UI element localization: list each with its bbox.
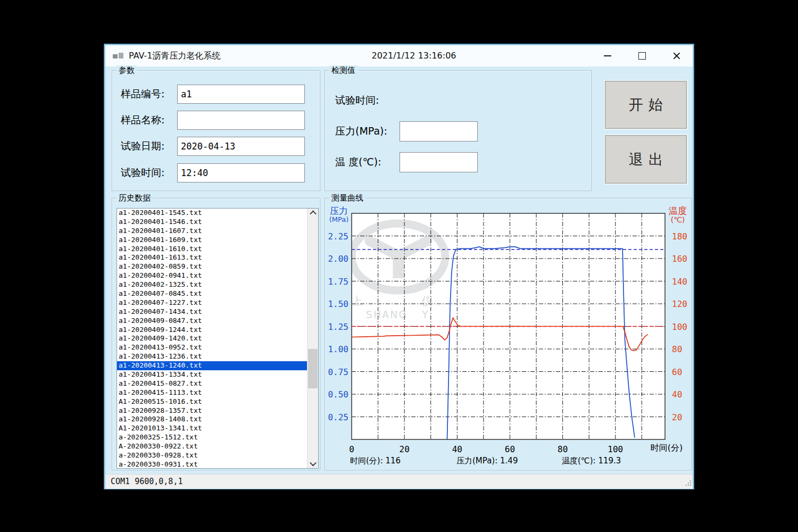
chart-group: 测量曲线 上仪SHANGY2.252.001.751.501.251.000.7… xyxy=(325,198,692,470)
list-item[interactable]: a1-20200402-0859.txt xyxy=(117,262,307,271)
chevron-down-icon xyxy=(310,460,317,467)
svg-text:仪: 仪 xyxy=(422,295,433,307)
right-axis-tick: 40 xyxy=(672,389,682,400)
title-bar[interactable]: 2021/1/12 13:16:06 PAV-1沥青压力老化系统 xyxy=(105,45,693,66)
list-item[interactable]: a-20200330-0928.txt xyxy=(117,451,307,460)
history-scrollbar[interactable] xyxy=(307,209,318,468)
sample-number-label: 样品编号: xyxy=(121,85,164,103)
window-title: PAV-1沥青压力老化系统 xyxy=(129,45,221,66)
list-item[interactable]: a1-20200409-1244.txt xyxy=(117,326,307,335)
list-item[interactable]: A-20200330-0922.txt xyxy=(117,442,307,451)
right-axis-tick: 120 xyxy=(672,299,687,309)
temperature-value-input[interactable] xyxy=(400,152,478,172)
svg-text:Y: Y xyxy=(421,309,428,320)
right-axis-tick: 20 xyxy=(672,412,682,422)
temperature-readout: 温度(℃): 119.3 xyxy=(562,456,621,466)
pressure-value-input[interactable] xyxy=(400,121,478,142)
list-item[interactable]: A1-20201013-1341.txt xyxy=(117,424,307,433)
list-item[interactable]: a1-20200409-1420.txt xyxy=(117,334,307,343)
right-axis-tick: 160 xyxy=(672,254,687,264)
list-item[interactable]: a1-20200409-0847.txt xyxy=(117,317,307,326)
x-axis-tick: 40 xyxy=(452,444,462,454)
detection-group-title: 检测值 xyxy=(329,65,358,75)
measurement-chart: 上仪SHANGY2.252.001.751.501.251.000.750.50… xyxy=(325,198,691,470)
list-item[interactable]: a-20200330-0931.txt xyxy=(117,460,307,469)
left-axis-tick: 1.50 xyxy=(328,299,348,309)
elapsed-time-label: 试验时间: xyxy=(335,92,379,108)
list-item[interactable]: a1-20200407-1227.txt xyxy=(117,298,307,307)
left-axis-tick: 0.25 xyxy=(328,412,348,422)
right-axis-title: 温度(℃) xyxy=(666,206,690,224)
close-button[interactable] xyxy=(664,45,689,66)
x-axis-title: 时间(分) xyxy=(642,443,691,454)
list-item[interactable]: a1-20200413-1334.txt xyxy=(117,370,307,379)
history-group: 历史数据 a1-20200401-1545.txta1-20200401-154… xyxy=(112,198,320,470)
exit-button[interactable]: 退出 xyxy=(605,135,687,184)
detection-group: 检测值 试验时间: 压力(MPa): 温 度(℃): xyxy=(325,70,592,191)
list-item[interactable]: a1-20200401-1545.txt xyxy=(117,209,307,218)
list-item[interactable]: a1-20200407-0845.txt xyxy=(117,289,307,298)
pressure-readout: 压力(MPa): 1.49 xyxy=(456,456,518,466)
x-axis-tick: 100 xyxy=(608,444,623,454)
x-axis-tick: 60 xyxy=(505,444,515,454)
test-date-input[interactable] xyxy=(177,137,305,156)
temperature-value-label: 温 度(℃): xyxy=(335,152,381,172)
maximize-button[interactable] xyxy=(630,45,654,66)
left-axis-tick: 0.75 xyxy=(328,367,348,377)
list-item[interactable]: A1-20200515-1016.txt xyxy=(117,397,307,406)
resize-grip-icon[interactable] xyxy=(685,480,691,487)
svg-text:上: 上 xyxy=(352,295,363,307)
test-time-label: 试验时间: xyxy=(121,163,164,181)
minimize-button[interactable] xyxy=(595,45,620,66)
history-group-title: 历史数据 xyxy=(117,193,153,203)
scroll-down-button[interactable] xyxy=(307,459,318,468)
test-date-label: 试验日期: xyxy=(121,137,164,155)
list-item[interactable]: a1-20200415-1113.txt xyxy=(117,388,307,397)
app-window: 2021/1/12 13:16:06 PAV-1沥青压力老化系统 参数 样品编号… xyxy=(104,44,694,489)
status-bar: COM1 9600,0,8,1 xyxy=(105,474,693,489)
maximize-icon xyxy=(638,52,646,60)
parameters-group: 参数 样品编号: 样品名称: 试验日期: 试验时间: xyxy=(112,70,320,191)
parameters-group-title: 参数 xyxy=(117,65,137,75)
left-axis-tick: 2.00 xyxy=(328,254,348,264)
screen-background: 2021/1/12 13:16:06 PAV-1沥青压力老化系统 参数 样品编号… xyxy=(0,0,798,532)
x-axis-tick: 20 xyxy=(400,444,410,454)
history-listbox[interactable]: a1-20200401-1545.txta1-20200401-1546.txt… xyxy=(117,208,319,469)
list-item[interactable]: a1-20200401-1613.txt xyxy=(117,253,307,262)
right-axis-tick: 140 xyxy=(672,277,687,287)
time-readout: 时间(分): 116 xyxy=(350,456,401,466)
left-axis-tick: 0.50 xyxy=(328,389,348,400)
list-item[interactable]: a1-20200401-1610.txt xyxy=(117,245,307,254)
list-item[interactable]: a1-20200401-1546.txt xyxy=(117,218,307,227)
right-axis-tick: 180 xyxy=(672,231,687,242)
left-axis-tick: 1.75 xyxy=(328,277,348,287)
start-button[interactable]: 开始 xyxy=(605,81,687,129)
left-axis-tick: 1.00 xyxy=(328,344,348,354)
list-item[interactable]: a1-20200928-1357.txt xyxy=(117,406,307,415)
close-icon xyxy=(672,51,681,61)
test-time-input[interactable] xyxy=(177,163,305,182)
list-item[interactable]: a1-20200401-1609.txt xyxy=(117,236,307,245)
chevron-up-icon xyxy=(310,211,317,218)
list-item[interactable]: a1-20200401-1607.txt xyxy=(117,227,307,236)
com-port-status: COM1 9600,0,8,1 xyxy=(111,475,182,489)
sample-name-input[interactable] xyxy=(177,111,305,130)
left-axis-tick: 2.25 xyxy=(328,231,348,242)
list-item[interactable]: a1-20200413-1236.txt xyxy=(117,352,307,361)
scroll-up-button[interactable] xyxy=(307,209,318,218)
list-item[interactable]: a1-20200415-0827.txt xyxy=(117,379,307,388)
left-axis-tick: 1.25 xyxy=(328,322,348,332)
scrollbar-thumb[interactable] xyxy=(308,349,318,388)
list-item[interactable]: a1-20200413-1240.txt xyxy=(117,361,307,370)
minimize-icon xyxy=(604,55,611,56)
sample-number-input[interactable] xyxy=(177,85,305,104)
list-item[interactable]: a1-20200402-0941.txt xyxy=(117,271,307,280)
list-item[interactable]: a1-20200413-0952.txt xyxy=(117,343,307,352)
list-item[interactable]: a-20200325-1512.txt xyxy=(117,433,307,442)
right-axis-tick: 80 xyxy=(672,344,682,354)
list-item[interactable]: a1-20200402-1325.txt xyxy=(117,280,307,289)
history-list: a1-20200401-1545.txta1-20200401-1546.txt… xyxy=(117,209,307,469)
list-item[interactable]: a1-20200928-1408.txt xyxy=(117,415,307,424)
list-item[interactable]: a1-20200407-1434.txt xyxy=(117,307,307,317)
left-axis-title: 压力(MPa) xyxy=(326,206,352,223)
